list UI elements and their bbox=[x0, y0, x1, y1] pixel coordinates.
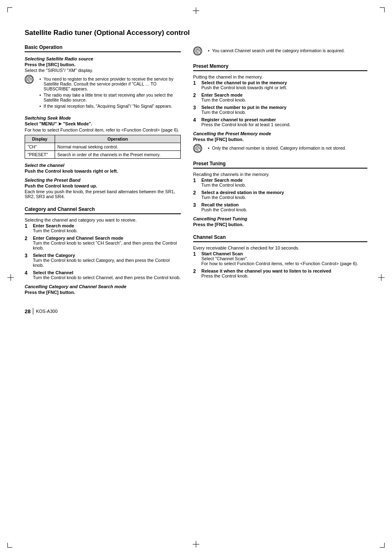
model-name: KOS-A300 bbox=[36, 309, 58, 314]
preset-tuning-title: Preset Tuning bbox=[193, 161, 367, 169]
switching-seek-step1: Select "MENU" ➤ "Seek Mode". bbox=[25, 121, 181, 127]
pt-step-3-title: Recall the station bbox=[201, 202, 367, 207]
svg-rect-9 bbox=[196, 147, 200, 147]
pm-step-1-body: Push the Control knob towards right or l… bbox=[201, 85, 367, 90]
cat-note-icon-block: You cannot Channel search until the cate… bbox=[193, 46, 367, 56]
cat-step-1-content: Enter Search mode Turn the Control knob. bbox=[33, 223, 181, 233]
pt-step-1-body: Turn the Control knob. bbox=[201, 183, 367, 187]
center-cross-left bbox=[7, 274, 14, 281]
category-channel-search-desc: Selecting the channel and category you w… bbox=[25, 217, 181, 222]
pm-step-2-body: Turn the Control knob. bbox=[201, 97, 367, 102]
pm-step-4-title: Register channel to preset number bbox=[201, 117, 367, 122]
pt-step-2-title: Select a desired station in the memory bbox=[201, 190, 367, 195]
pm-step-2-num: 2 bbox=[193, 92, 199, 102]
footer-separator bbox=[33, 308, 33, 314]
svg-rect-11 bbox=[196, 149, 198, 150]
cs-step-1-sub: For how to select Function Control items… bbox=[201, 261, 367, 266]
corner-mark-bl bbox=[7, 539, 16, 548]
cat-step-4: 4 Select the Channel Turn the Control kn… bbox=[25, 270, 181, 280]
pm-step-3: 3 Select the number to put in the memory… bbox=[193, 105, 367, 115]
cs-step-1-num: 1 bbox=[193, 251, 199, 266]
pt-step-3: 3 Recall the station Push the Control kn… bbox=[193, 202, 367, 212]
preset-memory-desc: Putting the channel in the memory. bbox=[193, 74, 367, 79]
pm-cancelling-subtitle: Cancelling the Preset Memory mode bbox=[193, 131, 367, 136]
pt-step-3-num: 3 bbox=[193, 202, 199, 212]
category-channel-search-title: Category and Channel Search bbox=[25, 206, 181, 214]
switching-seek-subtitle: Switching Seek Mode bbox=[25, 116, 181, 120]
basic-operation-notes: You need to register to the service prov… bbox=[39, 76, 181, 110]
svg-rect-2 bbox=[27, 79, 31, 79]
selecting-preset-band-step2: Each time you push the knob, the preset … bbox=[25, 189, 181, 199]
page-footer: 28 KOS-A300 bbox=[25, 308, 367, 314]
corner-mark-tr bbox=[376, 7, 385, 16]
pm-step-1: 1 Select the channel to put in the memor… bbox=[193, 80, 367, 90]
pm-note-list: Only the channel number is stored. Categ… bbox=[208, 146, 346, 152]
pt-step-2-num: 2 bbox=[193, 190, 199, 200]
table-cell-preset: "PRESET" bbox=[25, 151, 55, 159]
seek-mode-table: Display Operation "CH" Normal manual see… bbox=[25, 135, 181, 159]
left-column: Basic Operation Selecting Satellite Radi… bbox=[25, 44, 181, 296]
note-3: If the signal reception fails, "Acquirin… bbox=[39, 104, 181, 109]
selecting-preset-band-block: Selecting the Preset Band Push the Contr… bbox=[25, 178, 181, 199]
cat-step-1-body: Turn the Control knob. bbox=[33, 228, 181, 233]
pt-step-2-content: Select a desired station in the memory T… bbox=[201, 190, 367, 200]
svg-rect-8 bbox=[195, 146, 201, 151]
cat-step-4-content: Select the Channel Turn the Control knob… bbox=[33, 270, 181, 280]
pt-step-3-content: Recall the station Push the Control knob… bbox=[201, 202, 367, 212]
svg-rect-7 bbox=[196, 52, 198, 52]
page-title: Satellite Radio tuner (Optional Accessor… bbox=[25, 29, 367, 37]
pm-step-1-title: Select the channel to put in the memory bbox=[201, 80, 367, 85]
pm-step-4-content: Register channel to preset number Press … bbox=[201, 117, 367, 127]
cs-step-1-content: Start Channel Scan Select "Channel Scan"… bbox=[201, 251, 367, 266]
page-number: 28 bbox=[25, 308, 30, 314]
table-header-operation: Operation bbox=[55, 135, 180, 143]
preset-tuning-desc: Recalling the channels in the memory. bbox=[193, 172, 367, 177]
cs-step-2-title: Release it when the channel you want to … bbox=[201, 268, 367, 273]
selecting-preset-band-subtitle: Selecting the Preset Band bbox=[25, 178, 181, 183]
svg-rect-1 bbox=[27, 78, 31, 78]
svg-rect-6 bbox=[196, 51, 200, 51]
pm-cancelling-text: Press the [FNC] button. bbox=[193, 137, 367, 142]
cat-step-4-body: Turn the Control knob to select Channel,… bbox=[33, 275, 181, 280]
pm-step-3-body: Turn the Control knob. bbox=[201, 110, 367, 115]
pt-step-1-title: Enter Search mode bbox=[201, 178, 367, 183]
pm-step-1-content: Select the channel to put in the memory … bbox=[201, 80, 367, 90]
table-row: "CH" Normal manual seeking control. bbox=[25, 143, 181, 151]
switching-seek-step2: For how to select Function Control item,… bbox=[25, 127, 181, 132]
channel-scan-desc: Every receivable Channel is checked for … bbox=[193, 245, 367, 250]
cat-step-3: 3 Select the Category Turn the Control k… bbox=[25, 253, 181, 268]
selecting-source-step2: Select the "SIRIUS"/ "XM" display. bbox=[25, 68, 181, 73]
cat-step-3-body: Turn the Control knob to select Category… bbox=[33, 258, 181, 268]
cat-note-list: You cannot Channel search until the cate… bbox=[208, 48, 345, 54]
cat-step-2: 2 Enter Category and Channel Search mode… bbox=[25, 236, 181, 250]
center-cross-bottom bbox=[193, 541, 199, 548]
selecting-source-block: Selecting Satellite Radio source Press t… bbox=[25, 56, 181, 73]
cs-step-2-body: Press the Control knob. bbox=[201, 273, 367, 278]
pm-note-icon-block: Only the channel number is stored. Categ… bbox=[193, 144, 367, 153]
svg-rect-0 bbox=[26, 76, 32, 82]
svg-rect-10 bbox=[196, 148, 200, 148]
pt-step-1-content: Enter Search mode Turn the Control knob. bbox=[201, 178, 367, 187]
pt-step-2-body: Turn the Control knob. bbox=[201, 195, 367, 200]
right-column: You cannot Channel search until the cate… bbox=[193, 44, 367, 296]
cat-step-3-content: Select the Category Turn the Control kno… bbox=[33, 253, 181, 268]
cat-cancelling-subtitle: Cancelling Category and Channel Search m… bbox=[25, 284, 181, 289]
select-channel-step1: Push the Control knob towards right or l… bbox=[25, 169, 181, 173]
pm-step-2: 2 Enter Search mode Turn the Control kno… bbox=[193, 92, 367, 102]
cat-step-2-num: 2 bbox=[25, 236, 30, 250]
pm-step-4: 4 Register channel to preset number Pres… bbox=[193, 117, 367, 127]
cat-step-1-num: 1 bbox=[25, 223, 30, 233]
table-header-display: Display bbox=[25, 135, 55, 143]
cs-step-2-content: Release it when the channel you want to … bbox=[201, 268, 367, 278]
page: Satellite Radio tuner (Optional Accessor… bbox=[0, 0, 392, 555]
center-cross-right bbox=[378, 274, 385, 281]
pm-step-4-num: 4 bbox=[193, 117, 199, 127]
cat-step-3-num: 3 bbox=[25, 253, 30, 268]
pt-step-1: 1 Enter Search mode Turn the Control kno… bbox=[193, 178, 367, 187]
cat-step-1: 1 Enter Search mode Turn the Control kno… bbox=[25, 223, 181, 233]
pm-step-3-title: Select the number to put in the memory bbox=[201, 105, 367, 110]
two-column-layout: Basic Operation Selecting Satellite Radi… bbox=[25, 44, 367, 296]
cat-note-block: You cannot Channel search until the cate… bbox=[193, 46, 367, 56]
note-1: You need to register to the service prov… bbox=[39, 76, 181, 91]
pm-step-4-body: Press the Control knob for at least 1 se… bbox=[201, 122, 367, 127]
